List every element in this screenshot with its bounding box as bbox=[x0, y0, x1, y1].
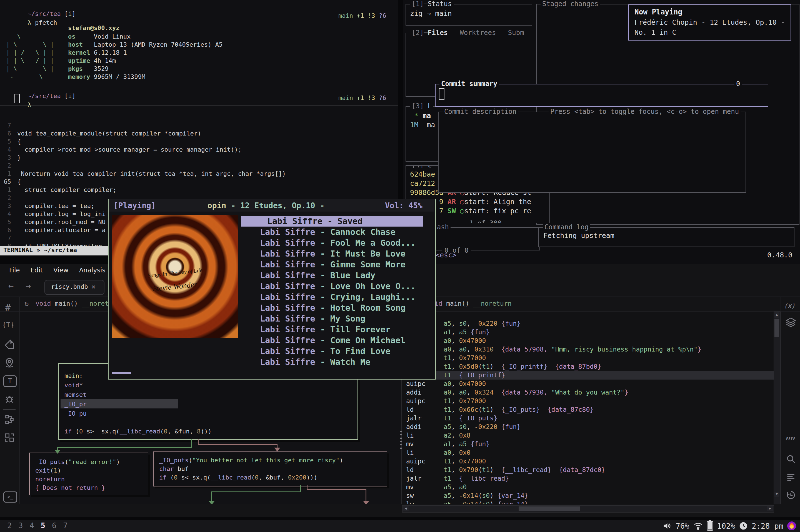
tab-riscy-bndb[interactable]: riscy.bndb ✕ bbox=[44, 280, 105, 295]
vi-mode: i bbox=[68, 10, 72, 17]
types-icon[interactable]: {T} bbox=[2, 321, 14, 329]
linear-func-header: void main() __noreturn bbox=[427, 300, 594, 309]
playlist-item[interactable]: Labi Siffre - Love Oh Love O... bbox=[260, 281, 415, 291]
linear-view-icon[interactable] bbox=[785, 472, 796, 482]
player-header: [Playing] opin - 12 Etudes, Op.10 - Vol:… bbox=[109, 200, 434, 212]
strings-icon[interactable]: T bbox=[3, 375, 17, 387]
workspace-2[interactable]: 2 bbox=[7, 521, 12, 530]
playlist-item[interactable]: Labi Siffre - Come On Michael bbox=[260, 336, 406, 345]
terminal-pane-icon[interactable]: >_ bbox=[3, 492, 17, 502]
nav-back-button[interactable]: ← bbox=[8, 281, 14, 291]
playlist-item[interactable]: Labi Siffre - Cannock Chase bbox=[260, 227, 395, 237]
playlist-item[interactable]: Labi Siffre - Fool Me a Good... bbox=[260, 238, 415, 248]
location-pin-icon[interactable] bbox=[4, 357, 15, 368]
terminal-cursor[interactable] bbox=[15, 94, 20, 103]
playlist-item[interactable]: Labi Siffre - It Must Be Love bbox=[260, 249, 406, 259]
arrowhead-true-b bbox=[209, 501, 215, 504]
playlist-item[interactable]: Labi Siffre - Watch Me bbox=[260, 357, 370, 367]
menubar[interactable]: FileEditViewAnalysis bbox=[9, 267, 116, 278]
commit-description-popup[interactable]: Commit description Press <tab> to toggle… bbox=[438, 112, 746, 193]
playlist-item[interactable]: Labi Siffre - Crying, Laughi... bbox=[260, 292, 415, 302]
workspace-6[interactable]: 6 bbox=[52, 521, 56, 530]
playlist[interactable]: Labi Siffre - SavedLabi Siffre - Cannock… bbox=[109, 216, 434, 367]
workspace-3[interactable]: 3 bbox=[18, 521, 23, 530]
nav-forward-button[interactable]: → bbox=[25, 281, 31, 291]
playlist-item[interactable]: Labi Siffre - My Song bbox=[260, 314, 365, 323]
commit-row[interactable]: 7 SW ◯start: fix pc re bbox=[439, 206, 531, 215]
swap-view-icon[interactable] bbox=[4, 432, 15, 443]
disasm-hscrollbar[interactable]: ◀ ▶ bbox=[402, 505, 774, 513]
commit-row[interactable]: 624bae bbox=[410, 170, 435, 179]
now-playing-popup[interactable]: Now Playing Frédéric Chopin - 12 Etudes,… bbox=[628, 4, 791, 40]
git-status-panel[interactable]: [1]─Status zig → main bbox=[406, 4, 532, 25]
disasm-vscrollbar[interactable]: ▲ ▼ bbox=[774, 311, 781, 504]
terminal-split-divider bbox=[0, 105, 398, 106]
disassembly-pane[interactable]: a5, s0, -0x220 {fun}a1, a5 {fun}a0, 0x47… bbox=[402, 311, 774, 504]
battery-icon bbox=[707, 521, 713, 531]
commit-row[interactable]: 9 AR ◯start: Align the bbox=[439, 197, 531, 206]
hint-esc[interactable]: <esc> bbox=[435, 250, 457, 260]
player-progress-bar[interactable] bbox=[112, 372, 131, 374]
tray-app-icon[interactable] bbox=[787, 521, 796, 530]
symbols-icon[interactable]: # bbox=[5, 302, 11, 313]
workspace-4[interactable]: 4 bbox=[30, 521, 34, 530]
playlist-item[interactable]: Labi Siffre - Gimme Some More bbox=[260, 260, 406, 269]
summary-cursor[interactable] bbox=[439, 88, 444, 100]
desc-hint: Press <tab> to toggle focus, <c-o> to op… bbox=[548, 108, 741, 115]
playlist-item[interactable]: Labi Siffre - Saved bbox=[267, 216, 362, 226]
branch-badge: 1M bbox=[410, 121, 423, 129]
edge-true-main bbox=[191, 439, 192, 448]
graph-hierarchy-icon[interactable] bbox=[4, 414, 15, 425]
editor-line: 2 bbox=[0, 162, 398, 170]
menu-edit[interactable]: Edit bbox=[31, 267, 43, 274]
vscroll-thumb[interactable] bbox=[775, 319, 779, 337]
pfetch-fields: os Void Linuxhost Laptop 13 (AMD Ryzen 7… bbox=[68, 33, 223, 81]
reanalyze-icon[interactable]: ↻ bbox=[24, 299, 29, 308]
notification-line2: No. 1 in C bbox=[634, 28, 676, 36]
search-icon[interactable] bbox=[785, 454, 796, 464]
menu-view[interactable]: View bbox=[53, 267, 69, 274]
debugger-bug-icon[interactable] bbox=[4, 394, 15, 405]
playlist-item[interactable]: Labi Siffre - Hotel Room Song bbox=[260, 303, 406, 312]
git-cmdlog-panel[interactable]: Command log Fetching upstream bbox=[538, 227, 795, 247]
battery-level: 102% bbox=[717, 522, 735, 530]
tab-close-icon[interactable]: ✕ bbox=[92, 283, 95, 290]
layers-icon[interactable] bbox=[785, 317, 797, 328]
history-icon[interactable] bbox=[785, 490, 796, 500]
node-line: char buf bbox=[159, 464, 189, 473]
playlist-item[interactable]: Labi Siffre - Till Forever bbox=[260, 325, 391, 334]
workspace-switcher[interactable]: 234567 bbox=[7, 521, 74, 530]
edge-false-main bbox=[198, 439, 199, 445]
commit-row[interactable]: ca7212 bbox=[410, 179, 435, 188]
branch-name: ma bbox=[423, 112, 431, 120]
editor-line: 1 struct compiler compiler; bbox=[0, 186, 398, 194]
xrefs-quotes-icon[interactable]: ”” bbox=[785, 435, 795, 447]
clock-time: 2:28 pm bbox=[752, 522, 783, 530]
git-branch-status: zig → main bbox=[410, 9, 452, 18]
player-title-scroll: opin bbox=[207, 201, 226, 210]
scroll-right-button[interactable]: ▶ bbox=[767, 506, 773, 511]
scroll-left-button[interactable]: ◀ bbox=[403, 506, 409, 511]
variables-icon[interactable]: (x) bbox=[784, 302, 795, 310]
workspace-5[interactable]: 5 bbox=[41, 521, 45, 530]
graph-node-read-error-left[interactable]: _IO_puts("read error!")exit(1)noreturn{ … bbox=[29, 453, 148, 495]
editor-line: 4 compiler->root_mod->source_manager = s… bbox=[0, 146, 398, 154]
workspace-7[interactable]: 7 bbox=[63, 521, 68, 530]
menu-analysis[interactable]: Analysis bbox=[79, 267, 106, 274]
playlist-item[interactable]: Labi Siffre - To Find Love bbox=[260, 346, 391, 356]
playlist-item[interactable]: Labi Siffre - Blue Lady bbox=[260, 270, 375, 280]
volume-icon[interactable] bbox=[662, 521, 672, 531]
scroll-down-button[interactable]: ▼ bbox=[775, 492, 779, 497]
clock-icon bbox=[739, 521, 748, 530]
commit-counter: 1 of 300 bbox=[467, 220, 504, 223]
wifi-icon[interactable] bbox=[693, 521, 703, 531]
pfetch-userhost: stefan@s00.xyz bbox=[68, 24, 119, 31]
commit-summary-popup[interactable]: Commit summary 0 bbox=[435, 84, 768, 107]
node-line: void* bbox=[64, 381, 83, 390]
hscroll-thumb[interactable] bbox=[519, 507, 580, 511]
graph-node-riscy[interactable]: _IO_puts("You better not let this get mo… bbox=[153, 452, 387, 487]
menu-file[interactable]: File bbox=[9, 267, 20, 274]
scroll-up-button[interactable]: ▲ bbox=[775, 312, 779, 318]
editor-line: 1_Noreturn void tea_compiler_init(struct… bbox=[0, 170, 398, 178]
tag-icon[interactable] bbox=[4, 339, 15, 350]
